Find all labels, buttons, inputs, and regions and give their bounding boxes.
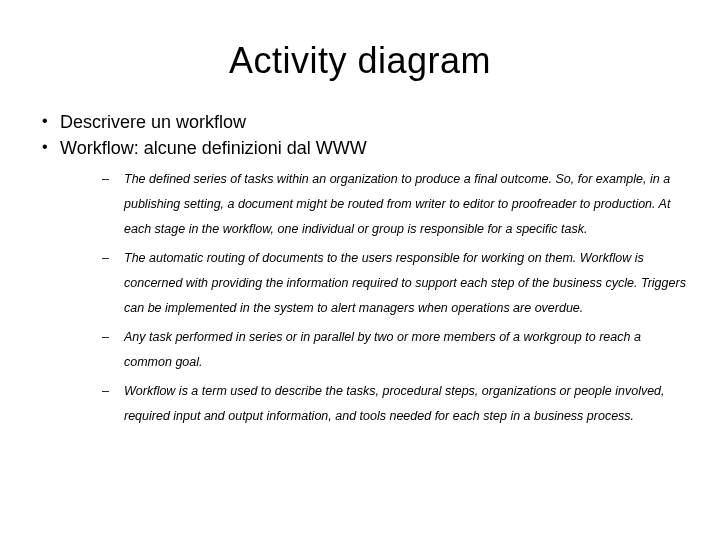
list-item: The defined series of tasks within an or… bbox=[102, 167, 692, 242]
list-item: Workflow is a term used to describe the … bbox=[102, 379, 692, 429]
list-item: Descrivere un workflow bbox=[42, 110, 692, 134]
page-title: Activity diagram bbox=[28, 40, 692, 82]
bullet-list-level1: Descrivere un workflow Workflow: alcune … bbox=[28, 110, 692, 429]
list-item-label: Workflow: alcune definizioni dal WWW bbox=[60, 138, 367, 158]
list-item: Any task performed in series or in paral… bbox=[102, 325, 692, 375]
list-item: Workflow: alcune definizioni dal WWW The… bbox=[42, 136, 692, 428]
bullet-list-level2: The defined series of tasks within an or… bbox=[60, 167, 692, 429]
list-item: The automatic routing of documents to th… bbox=[102, 246, 692, 321]
